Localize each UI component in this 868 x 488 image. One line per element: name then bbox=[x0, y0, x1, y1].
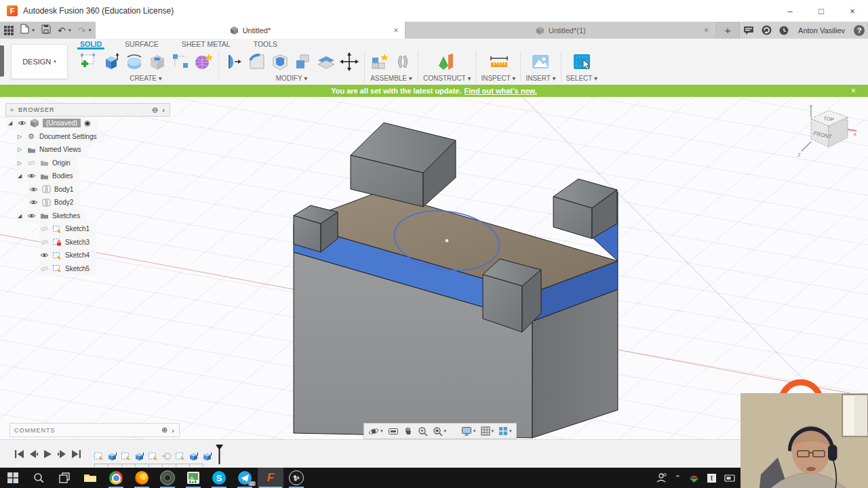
timeline-feature-sketch-icon[interactable] bbox=[93, 450, 104, 462]
shell-button[interactable] bbox=[270, 51, 290, 73]
visibility-eye-icon[interactable] bbox=[26, 213, 36, 219]
comments-panel[interactable]: COMMENTS ⊕ › bbox=[9, 423, 180, 437]
expand-icon[interactable]: ◢ bbox=[7, 120, 14, 126]
save-button[interactable] bbox=[41, 24, 51, 37]
start-button[interactable] bbox=[0, 468, 26, 488]
task-view-button[interactable] bbox=[52, 468, 77, 488]
tree-item-label[interactable]: Sketch5 bbox=[65, 265, 90, 272]
notifications-button[interactable] bbox=[775, 22, 793, 39]
file-caret-icon[interactable]: ▾ bbox=[32, 27, 35, 33]
tree-item-label[interactable]: Body1 bbox=[54, 186, 73, 193]
timeline-feature-sketch-icon[interactable] bbox=[120, 450, 132, 462]
doc-tab-close-icon[interactable]: × bbox=[704, 26, 709, 35]
tree-item-label[interactable]: Sketches bbox=[52, 212, 80, 220]
tab-surface[interactable]: SURFACE bbox=[122, 39, 161, 49]
group-label-construct[interactable]: CONSTRUCT ▾ bbox=[423, 75, 471, 82]
dropdown-caret-icon[interactable]: ▾ bbox=[473, 428, 476, 434]
hole-button[interactable] bbox=[147, 51, 167, 73]
tree-item-document-settings[interactable]: ▷ ⚙ Document Settings bbox=[16, 130, 104, 144]
tree-item-label[interactable]: Sketch4 bbox=[65, 251, 90, 259]
taskbar-search-button[interactable] bbox=[26, 468, 52, 488]
group-label-create[interactable]: CREATE ▾ bbox=[130, 75, 162, 82]
antivirus-tray-icon[interactable] bbox=[689, 474, 699, 483]
undo-button[interactable]: ↶ bbox=[58, 25, 66, 36]
extrude-button[interactable] bbox=[101, 51, 121, 73]
new-tab-button[interactable]: + bbox=[716, 22, 740, 39]
fillet-button[interactable] bbox=[247, 51, 267, 73]
add-comment-icon[interactable]: ⊕ bbox=[161, 426, 168, 434]
tab-tools[interactable]: TOOLS bbox=[251, 39, 280, 49]
file-explorer-button[interactable] bbox=[77, 468, 103, 488]
doc-tab-active[interactable]: Untitled* × bbox=[96, 22, 406, 39]
activate-component-radio[interactable]: ◉ bbox=[84, 119, 91, 127]
chrome-button[interactable] bbox=[103, 468, 129, 488]
tree-item-body1[interactable]: Body1 bbox=[28, 183, 80, 197]
obs-button[interactable] bbox=[283, 468, 309, 488]
close-button[interactable]: × bbox=[837, 1, 868, 22]
group-label-modify[interactable]: MODIFY ▾ bbox=[276, 75, 308, 82]
game-app-button[interactable] bbox=[155, 468, 180, 488]
tree-item-origin[interactable]: ▷ Origin bbox=[16, 157, 77, 170]
go-to-end-button[interactable] bbox=[72, 450, 81, 458]
tree-item-label[interactable]: Origin bbox=[52, 159, 71, 167]
tree-item-label[interactable]: (Unsaved) bbox=[43, 119, 81, 127]
tree-item-body2[interactable]: Body2 bbox=[28, 196, 80, 209]
left-panel-handle[interactable] bbox=[0, 45, 4, 77]
tree-item-label[interactable]: Bodies bbox=[52, 172, 73, 180]
timeline-feature-sketch-icon[interactable] bbox=[147, 450, 159, 462]
front-notch-block[interactable] bbox=[483, 259, 541, 332]
user-account-button[interactable]: Anton Vasiliev bbox=[793, 22, 850, 39]
fusion-360-taskbar-button[interactable]: F bbox=[258, 468, 283, 488]
insert-button[interactable] bbox=[530, 51, 551, 73]
panel-chevron-icon[interactable]: › bbox=[162, 106, 165, 114]
tab-solid[interactable]: SOLID bbox=[77, 39, 104, 49]
model-body[interactable] bbox=[294, 123, 618, 438]
firefox-button[interactable] bbox=[129, 468, 155, 488]
timeline-playhead[interactable] bbox=[215, 444, 224, 464]
expand-icon[interactable]: ◢ bbox=[16, 173, 23, 179]
create-sketch-button[interactable] bbox=[78, 51, 98, 73]
step-forward-button[interactable] bbox=[58, 450, 66, 458]
tree-item-root[interactable]: ◢ (Unsaved) ◉ bbox=[7, 117, 98, 130]
tree-item-label[interactable]: Named Views bbox=[39, 146, 81, 153]
group-label-assemble[interactable]: ASSEMBLE ▾ bbox=[370, 75, 412, 82]
expand-icon[interactable]: ▷ bbox=[16, 160, 23, 166]
measure-button[interactable] bbox=[488, 51, 509, 73]
tab-sheet-metal[interactable]: SHEET METAL bbox=[179, 39, 233, 49]
app-grid-icon[interactable] bbox=[4, 26, 14, 35]
vault-tray-icon[interactable] bbox=[724, 474, 735, 482]
tree-item-bodies[interactable]: ◢ Bodies bbox=[16, 169, 80, 183]
visibility-eye-icon[interactable] bbox=[28, 186, 38, 192]
tree-item-label[interactable]: Body2 bbox=[54, 199, 73, 206]
press-pull-button[interactable] bbox=[224, 51, 244, 73]
timeline-feature-extrude-icon[interactable] bbox=[201, 450, 213, 462]
workspace-switcher[interactable]: DESIGN ▾ bbox=[11, 44, 68, 79]
tree-item-sketch5[interactable]: Sketch5 bbox=[39, 262, 96, 276]
visibility-off-icon[interactable] bbox=[39, 266, 49, 272]
job-status-button[interactable] bbox=[757, 22, 775, 39]
construct-plane-button[interactable] bbox=[437, 51, 457, 73]
timeline-feature-extrude-icon[interactable] bbox=[106, 450, 118, 462]
tree-item-sketch1[interactable]: Sketch1 bbox=[39, 222, 96, 236]
people-tray-icon[interactable] bbox=[656, 473, 667, 483]
dropdown-caret-icon[interactable]: ▾ bbox=[509, 428, 512, 434]
joint-button[interactable] bbox=[393, 51, 413, 73]
undo-caret-icon[interactable]: ▾ bbox=[68, 27, 71, 33]
play-button[interactable] bbox=[44, 450, 52, 458]
pan-button[interactable] bbox=[403, 426, 413, 436]
dropdown-caret-icon[interactable]: ▾ bbox=[492, 428, 494, 434]
group-label-insert[interactable]: INSERT ▾ bbox=[526, 75, 555, 82]
visibility-eye-icon[interactable] bbox=[26, 173, 36, 179]
new-component-button[interactable] bbox=[370, 51, 390, 73]
tree-item-sketches[interactable]: ◢ Sketches bbox=[16, 209, 87, 223]
visibility-off-icon[interactable] bbox=[39, 226, 49, 232]
torrent-tray-icon[interactable]: t bbox=[707, 474, 716, 483]
redo-caret-icon[interactable]: ▾ bbox=[89, 27, 92, 33]
expand-icon[interactable]: ▷ bbox=[16, 146, 23, 152]
visibility-eye-icon[interactable] bbox=[28, 199, 38, 205]
doc-tab-inactive[interactable]: Untitled*(1) × bbox=[406, 22, 716, 39]
help-button[interactable]: ? bbox=[850, 22, 868, 39]
panel-chevron-icon[interactable]: › bbox=[172, 426, 175, 434]
maximize-button[interactable]: □ bbox=[806, 1, 837, 22]
visibility-eye-icon[interactable] bbox=[17, 120, 26, 126]
